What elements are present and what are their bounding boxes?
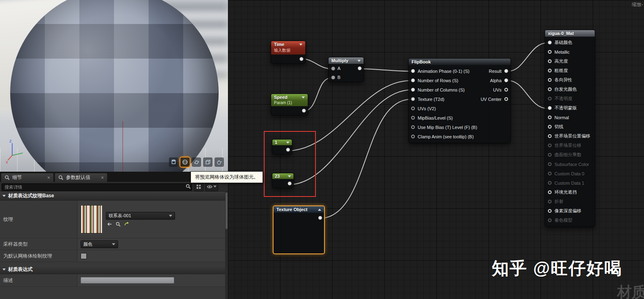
material-pin[interactable] xyxy=(548,50,552,54)
material-pin[interactable] xyxy=(548,162,552,166)
node-multiply-title: Multiply xyxy=(331,58,348,63)
node-constant-23-title: 23 xyxy=(275,174,280,179)
material-graph-canvas[interactable]: Time 输入数据 Multiply A B Speed Param (1) xyxy=(228,0,644,299)
material-pin-label: 自发光颜色 xyxy=(554,86,577,92)
material-pin[interactable] xyxy=(548,69,552,72)
sampler-type-row: 采样器类型 颜色 xyxy=(0,238,228,250)
material-pin-label: 曲面细分乘数 xyxy=(554,152,581,158)
material-pin[interactable] xyxy=(548,172,552,175)
material-pin[interactable] xyxy=(548,200,552,203)
tab-details[interactable]: 细节 × xyxy=(1,173,54,182)
texture-asset-dropdown[interactable]: 联系表-001 xyxy=(106,212,175,220)
material-pin[interactable] xyxy=(548,144,552,147)
draw-default-mesh-checkbox[interactable] xyxy=(81,253,87,259)
node-texture-object[interactable]: Texture Object xyxy=(273,205,325,254)
flipbook-input-pin[interactable] xyxy=(411,107,415,110)
flipbook-input-pin[interactable] xyxy=(411,97,415,101)
texture-thumbnail[interactable] xyxy=(81,205,103,234)
tab-param-defaults-close-icon[interactable]: × xyxy=(101,175,104,180)
browse-magnifier-icon[interactable] xyxy=(116,222,121,227)
preview-viewport[interactable]: Z X xyxy=(0,0,228,172)
flipbook-output-pin[interactable] xyxy=(504,88,508,92)
draw-default-mesh-label: 为默认网格体绘制纹理 xyxy=(0,250,77,262)
material-pin[interactable] xyxy=(548,153,552,157)
preview-cube-button[interactable] xyxy=(203,157,212,167)
time-output-pin[interactable] xyxy=(300,57,303,61)
description-input[interactable] xyxy=(81,277,174,284)
material-pin-label: 环境光遮挡 xyxy=(554,189,577,195)
material-pin-label: 粗糙度 xyxy=(554,68,568,74)
preview-sphere-button[interactable] xyxy=(180,157,190,167)
wire-textureobject-to-flipbook-texture xyxy=(319,99,411,218)
material-pin[interactable] xyxy=(548,134,552,138)
chevron-down-icon[interactable] xyxy=(357,60,361,62)
node-constant-1[interactable]: 1 xyxy=(272,139,292,155)
view-options-grid-button[interactable] xyxy=(194,182,204,191)
node-texture-object-title: Texture Object xyxy=(276,207,307,212)
constant-23-output-pin[interactable] xyxy=(288,182,291,186)
flipbook-input-pin[interactable] xyxy=(411,116,415,120)
flipbook-output-label: UVs xyxy=(493,87,502,92)
node-time-title: Time xyxy=(274,42,284,47)
node-flipbook[interactable]: FlipBook Animation Phase (0-1) (S) Numbe… xyxy=(408,58,511,143)
flipbook-input-pin[interactable] xyxy=(411,135,415,138)
flipbook-output-pin[interactable] xyxy=(504,97,508,101)
chevron-down-icon[interactable] xyxy=(288,175,291,177)
multiply-output-pin[interactable] xyxy=(358,67,361,70)
tab-details-close-icon[interactable]: × xyxy=(47,175,50,180)
chevron-down-icon[interactable] xyxy=(286,142,289,144)
material-pin-label: 不透明度 xyxy=(554,96,572,102)
multiply-input-b-pin[interactable] xyxy=(331,76,335,79)
flipbook-input-pin[interactable] xyxy=(411,79,415,82)
flipbook-input-pin[interactable] xyxy=(411,125,415,129)
back-arrow-icon[interactable] xyxy=(107,222,112,227)
flipbook-output-pin[interactable] xyxy=(504,79,508,82)
chevron-down-icon[interactable] xyxy=(299,44,302,46)
node-constant-23[interactable]: 23 xyxy=(272,173,294,188)
node-multiply[interactable]: Multiply A B xyxy=(328,57,364,82)
speed-output-pin[interactable] xyxy=(302,109,306,113)
material-pin[interactable] xyxy=(548,59,552,63)
use-selected-asset-icon[interactable] xyxy=(124,222,130,227)
node-speed[interactable]: Speed Param (1) xyxy=(271,94,308,116)
material-pin[interactable] xyxy=(548,181,552,185)
material-pin[interactable] xyxy=(548,190,552,194)
flipbook-output-label: UV Center xyxy=(481,97,502,102)
flipbook-output-label: Result xyxy=(489,69,502,74)
preview-cylinder-button[interactable] xyxy=(169,157,178,167)
material-pin[interactable] xyxy=(548,97,552,100)
details-scrollbar[interactable] xyxy=(225,192,228,299)
material-pin[interactable] xyxy=(548,218,552,222)
section-header-expression[interactable]: 材质表达式 xyxy=(0,265,228,274)
material-pin[interactable] xyxy=(548,78,552,82)
multiply-input-a-pin[interactable] xyxy=(331,67,335,70)
node-material-result[interactable]: xigua-0_Mat 基础颜色 Metallic 高光度 粗糙度 各向异性 自… xyxy=(545,30,595,227)
node-flipbook-title: FlipBook xyxy=(412,59,431,64)
material-pin[interactable] xyxy=(548,125,552,129)
chevron-down-icon[interactable] xyxy=(302,96,305,98)
chevron-up-icon[interactable] xyxy=(318,209,321,211)
node-speed-subtitle: Param (1) xyxy=(271,100,308,106)
material-pin[interactable] xyxy=(548,209,552,213)
material-pin-label: 基础颜色 xyxy=(554,39,572,46)
chevron-down-icon xyxy=(169,215,172,217)
node-time[interactable]: Time 输入数据 xyxy=(271,41,306,64)
section-header-texture-base[interactable]: 材质表达式纹理Base xyxy=(0,192,228,201)
preview-plane-button[interactable] xyxy=(192,157,201,167)
constant-1-output-pin[interactable] xyxy=(286,148,290,152)
material-pin[interactable] xyxy=(548,41,552,44)
search-input[interactable] xyxy=(2,183,192,191)
flipbook-input-pin[interactable] xyxy=(411,69,415,73)
texture-object-output-pin[interactable] xyxy=(318,216,322,220)
preview-teapot-button[interactable] xyxy=(215,157,224,167)
material-pin-label: Subsurface Color xyxy=(554,162,589,167)
material-pin[interactable] xyxy=(548,87,552,91)
tab-param-defaults[interactable]: 参数默认值 × xyxy=(55,173,107,182)
visibility-filter-button[interactable] xyxy=(205,182,218,191)
flipbook-input-pin[interactable] xyxy=(411,88,415,92)
material-pin[interactable] xyxy=(548,116,552,119)
flipbook-output-pin[interactable] xyxy=(504,69,508,73)
material-pin[interactable] xyxy=(548,106,552,110)
sampler-type-dropdown[interactable]: 颜色 xyxy=(81,240,118,248)
param-defaults-tab-icon xyxy=(58,175,64,180)
